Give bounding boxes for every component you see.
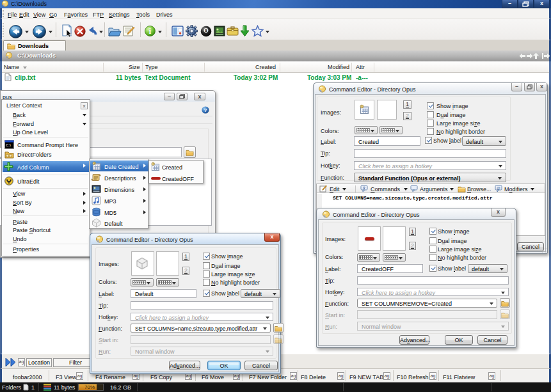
svg-text:C:\: C:\ xyxy=(6,143,11,147)
svg-text:?: ? xyxy=(204,107,207,113)
svg-text:@: @ xyxy=(497,186,500,190)
svg-text:8: 8 xyxy=(205,28,207,33)
